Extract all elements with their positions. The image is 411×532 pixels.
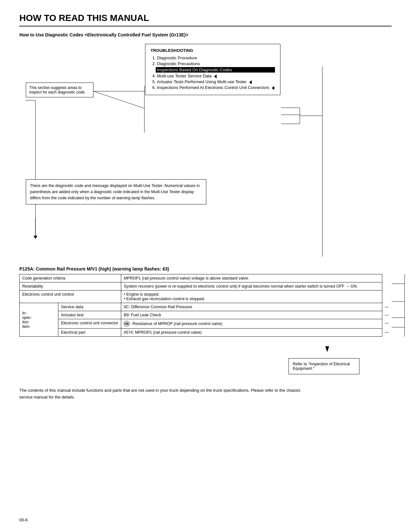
ts-box-title: TROUBLESHOOTING — [151, 48, 275, 53]
footer-note: The contents of this manual include func… — [19, 387, 309, 401]
p125a-section: P125A: Common Rail Pressure M/V1 (high) … — [19, 266, 392, 374]
table-row: Electronic control unit connector 08: Re… — [20, 319, 392, 329]
page-number: 00-6 — [19, 517, 28, 522]
ts-list: Diagnostic Procedure Diagnostic Precauti… — [151, 55, 275, 90]
sublabel-actuator-test: Actuator test — [58, 311, 121, 319]
sublabel-ecu-connector: Electronic control unit connector — [58, 319, 121, 329]
page-title: HOW TO READ THIS MANUAL — [19, 13, 392, 26]
ts-item-1: Diagnostic Procedure — [157, 55, 275, 60]
label-code-gen: Code generation criteria — [20, 274, 121, 282]
ts-item-6: Inspections Performed At Electronic Cont… — [157, 85, 275, 90]
arrow-icon-5 — [249, 80, 252, 84]
circled-08: 08 — [124, 321, 130, 327]
label-inspection-item: In-spec-tionitem — [20, 303, 58, 337]
troubleshooting-box: TROUBLESHOOTING Diagnostic Procedure Dia… — [145, 44, 280, 95]
table-row: Electronic control unit control • Engine… — [20, 291, 392, 303]
table-row: Resetability System recovers (power is r… — [20, 282, 392, 291]
value-ecu-connector: 08: Resistance of MPROP (rail pressure c… — [121, 319, 382, 329]
table-right-lines — [392, 274, 411, 337]
ts-item-5: Actuator Tests Performed Using Multi-use… — [157, 79, 275, 84]
ts-item-2: Diagnostic Precautions — [157, 61, 275, 66]
table-row: Actuator test B9: Fuel Leak Check — — [20, 311, 392, 319]
diagnostic-table: Code generation criteria MPROP1 (rail pr… — [19, 274, 392, 337]
ts-item-4: Multi-use Tester Service Data — [157, 74, 275, 78]
svg-line-0 — [93, 91, 144, 108]
arrow-icon-6 — [272, 86, 274, 90]
table-row: Electrical part #574: MPROP1 (rail press… — [20, 329, 392, 337]
value-code-gen: MPROP1 (rail pressure control valve) vol… — [121, 274, 382, 282]
ts-item-3: Inspections Based On Diagnostic Codes — [156, 67, 275, 73]
arrow-icon-4 — [214, 74, 217, 78]
table-wrapper: Code generation criteria MPROP1 (rail pr… — [19, 274, 392, 337]
subtitle: How to Use Diagnostic Codes <Electronica… — [19, 32, 392, 37]
note-bottom: There are the diagnostic code and messag… — [26, 179, 206, 204]
value-ecu-control: • Engine is stopped.• Exhaust gas recirc… — [121, 291, 382, 303]
refer-box: Refer to "Inspection of Electrical Equip… — [289, 358, 359, 374]
table-row: In-spec-tionitem Service data 0C: Differ… — [20, 303, 392, 311]
value-resetability: System recovers (power is re-supplied to… — [121, 282, 382, 291]
table-row: Code generation criteria MPROP1 (rail pr… — [20, 274, 392, 282]
p125a-heading: P125A: Common Rail Pressure M/V1 (high) … — [19, 266, 392, 271]
label-ecu-control: Electronic control unit control — [20, 291, 121, 303]
sublabel-service-data: Service data — [58, 303, 121, 311]
value-electrical-part: #574: MPROP1 (rail pressure control valv… — [121, 329, 382, 337]
down-arrow-icon — [324, 346, 330, 353]
note-left: This section suggests areas to inspect f… — [26, 83, 93, 97]
svg-marker-21 — [325, 346, 329, 352]
value-service-data: 0C: Difference Common Rail Pressure — [121, 303, 382, 311]
value-actuator-test: B9: Fuel Leak Check — [121, 311, 382, 319]
diagram-area: This section suggests areas to inspect f… — [19, 44, 392, 263]
sublabel-electrical-part: Electrical part — [58, 329, 121, 337]
label-resetability: Resetability — [20, 282, 121, 291]
svg-marker-4 — [34, 236, 37, 239]
